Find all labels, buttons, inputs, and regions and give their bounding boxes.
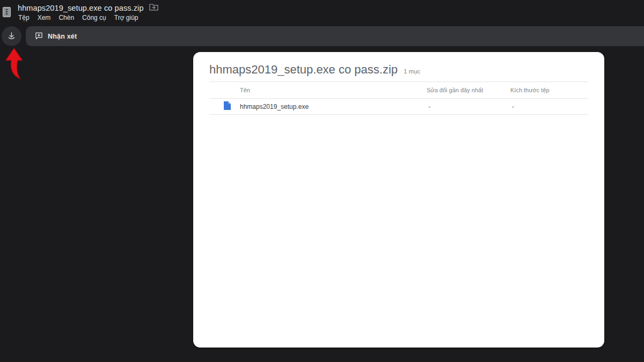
- file-icon: [224, 101, 231, 112]
- add-comment-icon: [35, 32, 43, 41]
- menu-item-cong-cu[interactable]: Công cụ: [82, 14, 106, 21]
- menu-item-tro-giup[interactable]: Trợ giúp: [114, 14, 138, 21]
- download-icon: [6, 31, 17, 42]
- toolbar: Nhận xét: [26, 26, 644, 46]
- column-header-modified[interactable]: Sửa đổi gần đây nhất: [427, 87, 510, 93]
- file-size: -: [510, 103, 588, 110]
- file-table: Tên Sửa đổi gần đây nhất Kích thước tệp …: [209, 82, 588, 115]
- menu-item-tep[interactable]: Tệp: [18, 14, 30, 21]
- titlebar: hhmaps2019_setup.exe co pass.zip: [18, 3, 158, 13]
- zip-archive-icon: [3, 7, 11, 17]
- item-count: 1 mục: [404, 68, 420, 75]
- add-comment-label: Nhận xét: [48, 33, 77, 40]
- zip-contents-card: hhmaps2019_setup.exe co pass.zip 1 mục T…: [193, 52, 604, 348]
- download-button[interactable]: [2, 26, 21, 46]
- file-row[interactable]: hhmaps2019_setup.exe - -: [209, 99, 588, 115]
- column-header-size[interactable]: Kích thước tệp: [510, 87, 588, 93]
- file-modified: -: [427, 103, 510, 110]
- add-comment-button[interactable]: Nhận xét: [35, 32, 77, 41]
- annotation-arrow-icon: [3, 47, 26, 81]
- zip-title: hhmaps2019_setup.exe co pass.zip: [209, 63, 398, 77]
- table-header-row: Tên Sửa đổi gần đây nhất Kích thước tệp: [209, 82, 588, 99]
- file-name: hhmaps2019_setup.exe: [240, 103, 309, 110]
- document-title: hhmaps2019_setup.exe co pass.zip: [18, 4, 144, 12]
- zipper-pattern: [6, 9, 8, 16]
- move-to-folder-icon[interactable]: [149, 3, 158, 13]
- card-header: hhmaps2019_setup.exe co pass.zip 1 mục: [209, 52, 588, 82]
- column-header-name[interactable]: Tên: [209, 87, 427, 93]
- menu-item-chen[interactable]: Chèn: [58, 14, 74, 21]
- menu-bar: Tệp Xem Chèn Công cụ Trợ giúp: [18, 14, 138, 21]
- menu-item-xem[interactable]: Xem: [38, 14, 51, 21]
